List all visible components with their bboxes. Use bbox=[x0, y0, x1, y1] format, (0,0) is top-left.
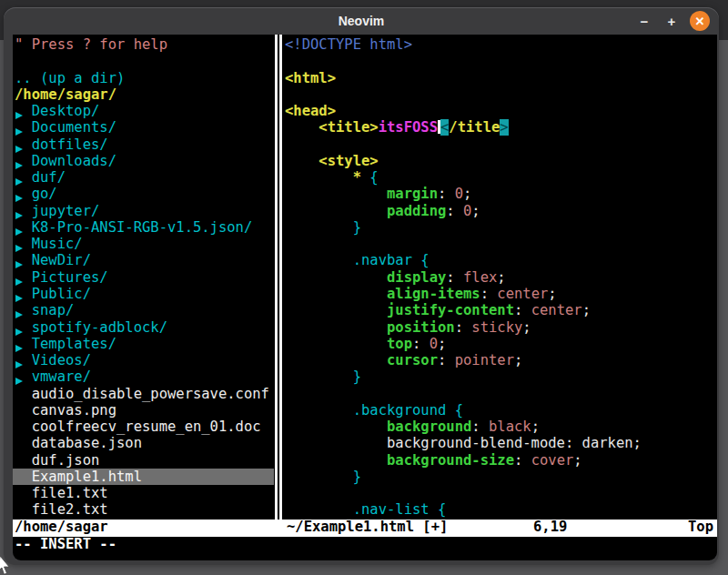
minimize-button[interactable]: − bbox=[635, 12, 653, 30]
syntax-plain: : bbox=[438, 352, 455, 368]
code-line[interactable] bbox=[283, 136, 717, 153]
syntax-plain: ; bbox=[573, 452, 581, 469]
syntax-plain: ; bbox=[522, 319, 531, 336]
tree-item-dir[interactable]: Downloads/ bbox=[13, 153, 274, 169]
netrw-file-explorer: " Press ? for help.. (up a dir)/home/sag… bbox=[13, 36, 274, 519]
tree-item-dir[interactable]: Documents/ bbox=[13, 119, 274, 136]
tree-item-dir[interactable]: NewDir/ bbox=[13, 252, 274, 268]
neovim-window: Neovim − + ✕ " Press ? for help.. (up a … bbox=[4, 7, 719, 565]
tree-row-cwd[interactable]: /home/sagar/ bbox=[13, 86, 274, 103]
code-line[interactable]: <html> bbox=[283, 70, 717, 86]
code-line[interactable] bbox=[283, 86, 717, 103]
code-line[interactable]: display: flex; bbox=[283, 269, 717, 286]
tree-item-file[interactable]: audio_disable_powersave.conf bbox=[13, 386, 274, 402]
tree-item-file[interactable]: file1.txt bbox=[13, 485, 274, 501]
tree-item-dir[interactable]: Videos/ bbox=[13, 352, 274, 368]
syntax-plain: : bbox=[438, 186, 455, 202]
tree-item-label: NewDir/ bbox=[32, 252, 91, 268]
code-line[interactable]: } bbox=[283, 469, 717, 485]
vertical-split-separator[interactable] bbox=[274, 35, 283, 520]
statusline-left-path: /home/sagar bbox=[15, 519, 108, 535]
tree-item-label: Documents/ bbox=[32, 119, 116, 136]
statusline-scroll-indicator: Top bbox=[688, 519, 713, 535]
tree-item-dir[interactable]: duf/ bbox=[13, 169, 274, 186]
code-line[interactable]: cursor: pointer; bbox=[283, 352, 717, 368]
syntax-plain bbox=[285, 186, 387, 202]
code-line[interactable]: * { bbox=[283, 169, 717, 186]
code-line[interactable]: <!DOCTYPE html> bbox=[283, 36, 717, 53]
editor-buffer[interactable]: <!DOCTYPE html><html><head> <title>itsFO… bbox=[283, 36, 717, 519]
tree-item-dir[interactable]: spotify-adblock/ bbox=[13, 319, 274, 336]
code-line[interactable]: <head> bbox=[283, 103, 717, 119]
tree-item-dir[interactable]: snap/ bbox=[13, 302, 274, 318]
tree-item-dir[interactable]: jupyter/ bbox=[13, 203, 274, 219]
code-line[interactable]: align-items: center; bbox=[283, 286, 717, 302]
code-line[interactable] bbox=[283, 53, 717, 69]
code-line[interactable]: .nav-list { bbox=[283, 501, 717, 518]
syntax-plain: : bbox=[446, 269, 463, 286]
tree-item-label: /home/sagar/ bbox=[15, 86, 116, 103]
tree-row-comment: " Press ? for help bbox=[13, 36, 274, 53]
code-line[interactable]: <title>itsFOSS</title> bbox=[283, 119, 717, 136]
tree-item-label: coolfreecv_resume_en_01.doc bbox=[32, 419, 261, 435]
separator-line bbox=[279, 35, 282, 520]
syntax-plain bbox=[285, 336, 387, 352]
syntax-val: flex bbox=[463, 269, 497, 286]
code-line[interactable]: background-blend-mode: darken; bbox=[283, 435, 717, 451]
tree-item-file[interactable]: database.json bbox=[13, 435, 274, 451]
close-button[interactable]: ✕ bbox=[690, 11, 710, 31]
syntax-brace: { bbox=[369, 169, 378, 186]
syntax-match: > bbox=[500, 119, 508, 136]
syntax-plain bbox=[285, 419, 387, 435]
code-line[interactable]: } bbox=[283, 368, 717, 385]
tree-row-updir[interactable]: .. (up a dir) bbox=[13, 70, 274, 86]
tree-item-dir[interactable]: Desktop/ bbox=[13, 103, 274, 119]
syntax-doctype: <!DOCTYPE html> bbox=[285, 36, 412, 53]
code-line[interactable]: .navbar { bbox=[283, 252, 717, 268]
tree-item-file[interactable]: Example1.html bbox=[13, 469, 274, 485]
tree-item-dir[interactable]: vmware/ bbox=[13, 368, 274, 385]
syntax-val: center bbox=[531, 302, 582, 318]
tree-item-dir[interactable]: Public/ bbox=[13, 286, 274, 302]
code-line[interactable]: } bbox=[283, 219, 717, 236]
tree-item-dir[interactable]: go/ bbox=[13, 186, 274, 202]
code-line[interactable]: background: black; bbox=[283, 419, 717, 435]
code-line[interactable]: position: sticky; bbox=[283, 319, 717, 336]
code-line[interactable] bbox=[283, 236, 717, 252]
tree-item-label: Desktop/ bbox=[32, 103, 100, 119]
tree-item-dir[interactable]: Music/ bbox=[13, 236, 274, 252]
syntax-plain bbox=[285, 319, 387, 336]
statusline-cursor-position: 6,19 bbox=[533, 519, 567, 535]
tree-item-file[interactable]: file2.txt bbox=[13, 501, 274, 518]
tree-item-label: dotfiles/ bbox=[32, 136, 108, 153]
tree-item-label: Videos/ bbox=[32, 352, 91, 368]
tree-item-dir[interactable]: K8-Pro-ANSI-RGB-v1.5.json/ bbox=[13, 219, 274, 236]
tree-item-label: vmware/ bbox=[32, 368, 91, 385]
syntax-tag: * bbox=[353, 169, 361, 186]
code-line[interactable]: justify-content: center; bbox=[283, 302, 717, 318]
syntax-plain: : bbox=[471, 419, 489, 435]
syntax-prop: background-size bbox=[387, 452, 514, 469]
code-line[interactable]: .background { bbox=[283, 402, 717, 419]
statusline: /home/sagar ~/Example1.html [+] 6,19 Top bbox=[13, 520, 717, 537]
syntax-val: pointer bbox=[455, 352, 514, 368]
code-line[interactable] bbox=[283, 485, 717, 501]
tree-item-file[interactable]: coolfreecv_resume_en_01.doc bbox=[13, 419, 274, 435]
syntax-val: 0 bbox=[455, 186, 463, 202]
tree-item-dir[interactable]: dotfiles/ bbox=[13, 136, 274, 153]
code-line[interactable]: top: 0; bbox=[283, 336, 717, 352]
code-line[interactable] bbox=[283, 386, 717, 402]
window-titlebar[interactable]: Neovim − + ✕ bbox=[4, 7, 719, 35]
code-line[interactable]: margin: 0; bbox=[283, 186, 717, 202]
code-line[interactable]: padding: 0; bbox=[283, 203, 717, 219]
tree-item-file[interactable]: canvas.png bbox=[13, 402, 274, 419]
tree-item-label: Downloads/ bbox=[32, 153, 116, 169]
tree-item-label: go/ bbox=[32, 186, 57, 202]
tree-item-file[interactable]: duf.json bbox=[13, 452, 274, 469]
tree-item-dir[interactable]: Templates/ bbox=[13, 336, 274, 352]
code-line[interactable]: <style> bbox=[283, 153, 717, 169]
code-line[interactable]: background-size: cover; bbox=[283, 452, 717, 469]
maximize-button[interactable]: + bbox=[662, 12, 681, 30]
tree-item-dir[interactable]: Pictures/ bbox=[13, 269, 274, 286]
mode-indicator: -- INSERT -- bbox=[15, 536, 116, 553]
